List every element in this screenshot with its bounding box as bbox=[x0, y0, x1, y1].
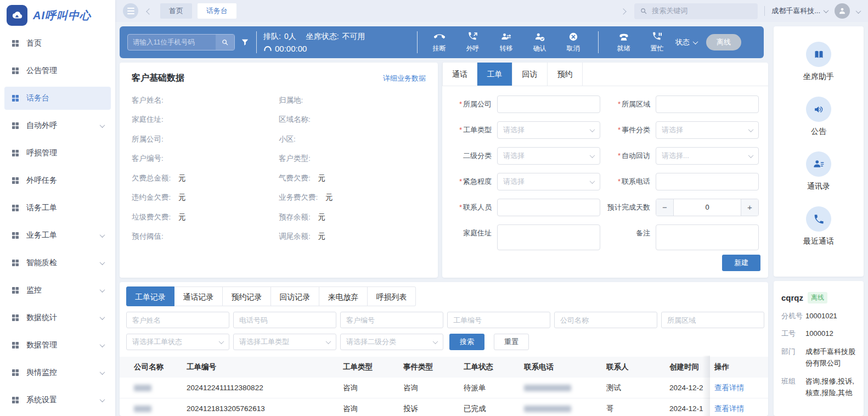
global-search-input[interactable]: 搜索关键词 bbox=[634, 3, 758, 19]
detailed-business-data-link[interactable]: 详细业务数据 bbox=[383, 74, 426, 83]
cell-event-type: 咨询 bbox=[403, 383, 464, 393]
records-search-button[interactable]: 搜索 bbox=[449, 334, 484, 350]
records-tab-来电放弃[interactable]: 来电放弃 bbox=[319, 286, 368, 306]
records-filter-input-4[interactable] bbox=[447, 312, 550, 328]
sidebar-item-1[interactable]: 首页 bbox=[4, 32, 111, 55]
callbar-button-外呼[interactable]: 外呼 bbox=[458, 31, 488, 53]
records-tab-通话记录[interactable]: 通话记录 bbox=[174, 286, 223, 306]
sidebar-item-8[interactable]: 业务工单 bbox=[4, 224, 111, 247]
ticket-field-label-text: 备注 bbox=[636, 229, 650, 237]
callbar-button-挂断[interactable]: 挂断 bbox=[424, 31, 454, 53]
sidebar-item-6[interactable]: 外呼任务 bbox=[4, 169, 111, 192]
ticket-select-紧急程度[interactable]: 请选择 bbox=[497, 173, 600, 190]
filter-funnel-icon[interactable] bbox=[240, 38, 250, 47]
ticket-field-所属区域: *所属区域 bbox=[602, 95, 760, 113]
offline-status-button[interactable]: 离线 bbox=[706, 34, 741, 50]
tabs-scroll-right-icon[interactable] bbox=[619, 6, 628, 16]
rail-item-通讯录[interactable]: 通讯录 bbox=[806, 151, 831, 192]
ticket-input-联系人员[interactable] bbox=[497, 199, 600, 216]
records-filter-select-2[interactable]: 请选择工单类型 bbox=[233, 334, 336, 350]
ticket-form-row: 二级分类请选择*自动回访请选择... bbox=[443, 147, 760, 165]
records-reset-button[interactable]: 重置 bbox=[494, 334, 529, 350]
ticket-field-label-text: 事件分类 bbox=[622, 126, 650, 134]
ticket-tab-工单[interactable]: 工单 bbox=[477, 63, 512, 86]
cancel-icon bbox=[568, 31, 579, 42]
dial-number-input[interactable] bbox=[128, 35, 216, 50]
busy-icon bbox=[652, 31, 663, 42]
rail-icon-circle bbox=[806, 97, 831, 122]
ticket-input-联系电话[interactable] bbox=[656, 173, 759, 190]
select-placeholder: 请选择 bbox=[662, 125, 749, 135]
callbar-button-转移[interactable]: 转移 bbox=[491, 31, 521, 53]
top-tab-1[interactable]: 首页 bbox=[160, 3, 192, 19]
records-filter-input-2[interactable] bbox=[233, 312, 336, 328]
ticket-select-自动回访[interactable]: 请选择... bbox=[656, 147, 759, 165]
callbar-button-取消[interactable]: 取消 bbox=[558, 31, 588, 53]
rail-item-公告[interactable]: 公告 bbox=[806, 97, 831, 137]
sidebar-item-11[interactable]: 数据统计 bbox=[4, 306, 111, 329]
ticket-select-二级分类[interactable]: 请选择 bbox=[497, 147, 600, 165]
records-tab-预约记录[interactable]: 预约记录 bbox=[223, 286, 271, 306]
sidebar-item-2[interactable]: 公告管理 bbox=[4, 59, 111, 82]
sidebar-item-label: 监控 bbox=[26, 285, 42, 295]
ticket-textarea-备注[interactable] bbox=[656, 224, 759, 250]
sidebar-item-3[interactable]: 话务台 bbox=[4, 87, 111, 110]
ticket-field-label: *所属区域 bbox=[602, 95, 656, 113]
ticket-field-联系人员: *联系人员 bbox=[443, 199, 602, 216]
ticket-input-所属公司[interactable] bbox=[497, 95, 600, 113]
tabs-scroll-left-icon[interactable] bbox=[145, 6, 154, 16]
stepper-minus-button[interactable]: − bbox=[656, 199, 674, 216]
user-menu-chevron-icon[interactable] bbox=[856, 6, 860, 16]
agent-status-dropdown[interactable]: 状态 bbox=[675, 37, 697, 47]
records-filter-input-5[interactable] bbox=[554, 312, 657, 328]
sidebar-item-13[interactable]: 舆情监控 bbox=[4, 361, 111, 384]
records-filter-input-1[interactable] bbox=[126, 312, 229, 328]
cell-status: 已完成 bbox=[464, 404, 524, 414]
rail-item-坐席助手[interactable]: 坐席助手 bbox=[803, 42, 834, 82]
ticket-field-自动回访: *自动回访请选择... bbox=[602, 147, 760, 165]
select-placeholder: 请选择 bbox=[503, 125, 590, 135]
records-filter-input-3[interactable] bbox=[340, 312, 443, 328]
cell-contact: 哥 bbox=[606, 404, 669, 414]
tenant-switcher[interactable]: 成都千嘉科技... bbox=[771, 6, 828, 16]
ticket-input-所属区域[interactable] bbox=[656, 95, 759, 113]
redacted-company-value bbox=[134, 385, 151, 391]
hamburger-menu-icon[interactable] bbox=[123, 3, 138, 19]
ticket-tab-预约[interactable]: 预约 bbox=[548, 63, 583, 86]
sidebar-item-7[interactable]: 话务工单 bbox=[4, 196, 111, 220]
callbar-button-确认[interactable]: 确认 bbox=[525, 31, 555, 53]
ticket-textarea-家庭住址[interactable] bbox=[497, 224, 600, 250]
dial-search-button[interactable] bbox=[216, 35, 234, 50]
callbar-button-置忙[interactable]: 置忙 bbox=[642, 31, 672, 53]
records-tab-回访记录[interactable]: 回访记录 bbox=[271, 286, 319, 306]
ticket-form-row: *所属公司*所属区域 bbox=[443, 95, 760, 113]
call-timer: 00:00:00 bbox=[275, 44, 307, 53]
sidebar-item-4[interactable]: 自动外呼 bbox=[4, 114, 111, 137]
records-filter-select-1[interactable]: 请选择工单状态 bbox=[126, 334, 229, 350]
customer-field-value: 元 bbox=[318, 232, 326, 241]
sidebar-item-9[interactable]: 智能质检 bbox=[4, 251, 111, 274]
sidebar-item-5[interactable]: 呼损管理 bbox=[4, 142, 111, 165]
sidebar-item-10[interactable]: 监控 bbox=[4, 279, 111, 302]
ticket-tab-通话[interactable]: 通话 bbox=[442, 63, 477, 86]
sidebar-item-14[interactable]: 系统设置 bbox=[4, 389, 111, 412]
callbar-button-就绪[interactable]: 就绪 bbox=[608, 31, 639, 53]
cell-contact: 测试 bbox=[606, 383, 669, 393]
ticket-tab-回访[interactable]: 回访 bbox=[512, 63, 548, 86]
stepper-plus-button[interactable]: + bbox=[741, 199, 758, 216]
rail-item-最近通话[interactable]: 最近通话 bbox=[803, 206, 834, 246]
top-tab-2[interactable]: 话务台 bbox=[198, 3, 236, 19]
records-filter-input-6[interactable] bbox=[661, 312, 764, 328]
create-ticket-button[interactable]: 新建 bbox=[722, 255, 760, 271]
records-tab-呼损列表[interactable]: 呼损列表 bbox=[368, 286, 416, 306]
sidebar-item-12[interactable]: 数据管理 bbox=[4, 334, 111, 357]
ticket-select-事件分类[interactable]: 请选择 bbox=[656, 121, 759, 139]
user-avatar[interactable] bbox=[835, 3, 850, 19]
chevron-down-icon bbox=[590, 153, 595, 158]
ticket-select-工单类型[interactable]: 请选择 bbox=[497, 121, 600, 139]
view-details-link[interactable]: 查看详情 bbox=[714, 384, 744, 392]
records-tab-工单记录[interactable]: 工单记录 bbox=[126, 286, 174, 306]
sidebar-menu: 首页公告管理话务台自动外呼呼损管理外呼任务话务工单业务工单智能质检监控数据统计数… bbox=[0, 30, 115, 412]
records-filter-select-3[interactable]: 请选择二级分类 bbox=[340, 334, 443, 350]
view-details-link[interactable]: 查看详情 bbox=[714, 404, 744, 413]
